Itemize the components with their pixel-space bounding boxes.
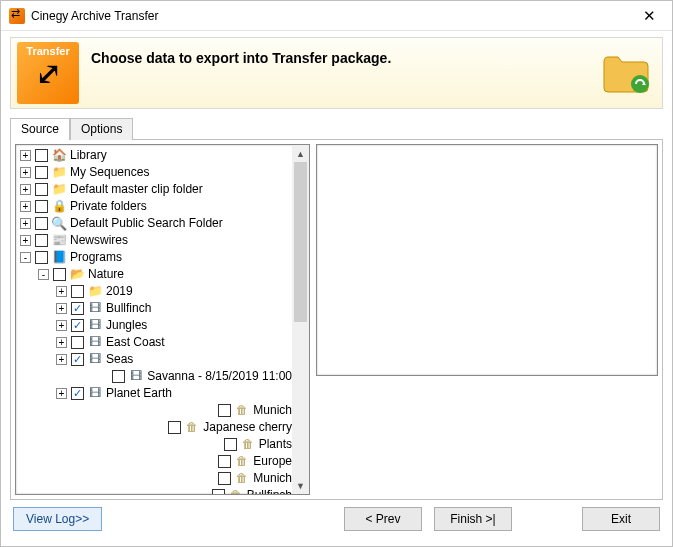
prog-icon: 📘 xyxy=(51,251,67,265)
tree-checkbox[interactable]: ✓ xyxy=(71,387,84,400)
tree-item-label: Munich xyxy=(252,402,292,419)
tree-checkbox[interactable] xyxy=(112,370,125,383)
tree-item-label: Private folders xyxy=(69,198,147,215)
collapse-icon[interactable]: - xyxy=(38,269,49,280)
tree-item-label: Library xyxy=(69,147,107,164)
tab-source[interactable]: Source xyxy=(10,118,70,140)
tree-row[interactable]: -📂Nature xyxy=(18,266,292,283)
tree-item-label: Jungles xyxy=(105,317,147,334)
tree-item-label: Seas xyxy=(105,351,133,368)
reel-icon: 🎞 xyxy=(128,370,144,384)
main-area: Source Options +🏠Library+📁My Sequences+📁… xyxy=(10,117,663,500)
fld-icon: 📁 xyxy=(51,166,67,180)
tree-item-label: Europe xyxy=(252,453,292,470)
banner-heading: Choose data to export into Transfer pack… xyxy=(91,50,391,66)
tree-row[interactable]: +🗑Plants xyxy=(18,436,292,453)
tree-row[interactable]: +📁My Sequences xyxy=(18,164,292,181)
tree-item-label: Newswires xyxy=(69,232,128,249)
expand-icon[interactable]: + xyxy=(20,150,31,161)
tree-checkbox[interactable] xyxy=(218,455,231,468)
tree-checkbox[interactable] xyxy=(35,183,48,196)
tree-row[interactable]: +🎞Savanna - 8/15/2019 11:00 xyxy=(18,368,292,385)
tree-row[interactable]: +✓🎞Bullfinch xyxy=(18,300,292,317)
tree-checkbox[interactable] xyxy=(218,404,231,417)
tree-checkbox[interactable] xyxy=(212,489,225,494)
expand-icon[interactable]: + xyxy=(20,235,31,246)
tree-item-label: Nature xyxy=(87,266,124,283)
tree-row[interactable]: +✓🎞Seas xyxy=(18,351,292,368)
tree-row[interactable]: +📁2019 xyxy=(18,283,292,300)
tree-checkbox[interactable]: ✓ xyxy=(71,353,84,366)
expand-icon[interactable]: + xyxy=(56,320,67,331)
arrows-icon: ⤢ xyxy=(36,56,61,91)
exit-button[interactable]: Exit xyxy=(582,507,660,531)
tree-row[interactable]: +📰Newswires xyxy=(18,232,292,249)
tree-row[interactable]: +✓🎞Planet Earth xyxy=(18,385,292,402)
collapse-icon[interactable]: - xyxy=(20,252,31,263)
tree-checkbox[interactable] xyxy=(35,200,48,213)
expand-icon[interactable]: + xyxy=(56,286,67,297)
tab-options[interactable]: Options xyxy=(70,118,133,140)
tree-item-label: Plants xyxy=(258,436,292,453)
scroll-up-button[interactable]: ▲ xyxy=(292,145,309,162)
tree-row[interactable]: +🏠Library xyxy=(18,147,292,164)
tree-row[interactable]: +🗑Bullfinch xyxy=(18,487,292,494)
scroll-thumb[interactable] xyxy=(294,162,307,322)
scroll-down-button[interactable]: ▼ xyxy=(292,477,309,494)
tree-checkbox[interactable] xyxy=(53,268,66,281)
tree-item-label: 2019 xyxy=(105,283,133,300)
tree-checkbox[interactable] xyxy=(35,234,48,247)
news-icon: 📰 xyxy=(51,234,67,248)
expand-icon[interactable]: + xyxy=(20,201,31,212)
tree-row[interactable]: +🗑Munich xyxy=(18,470,292,487)
tree-checkbox[interactable] xyxy=(35,217,48,230)
tree-row[interactable]: +📁Default master clip folder xyxy=(18,181,292,198)
tree-checkbox[interactable] xyxy=(168,421,181,434)
tree-checkbox[interactable] xyxy=(71,336,84,349)
expand-icon[interactable]: + xyxy=(56,303,67,314)
prev-button[interactable]: < Prev xyxy=(344,507,422,531)
tree-checkbox[interactable] xyxy=(224,438,237,451)
tree-row[interactable]: +✓🎞Jungles xyxy=(18,317,292,334)
instruction-banner: Transfer ⤢ Choose data to export into Tr… xyxy=(10,37,663,109)
window-title: Cinegy Archive Transfer xyxy=(31,9,627,23)
tree-row[interactable]: +🗑Japanese cherry xyxy=(18,419,292,436)
tree-row[interactable]: +🔒Private folders xyxy=(18,198,292,215)
tree-checkbox[interactable] xyxy=(218,472,231,485)
expand-icon[interactable]: + xyxy=(20,167,31,178)
tree-scrollbar[interactable]: ▲ ▼ xyxy=(292,145,309,494)
tree-checkbox[interactable] xyxy=(35,166,48,179)
tree-item-label: Bullfinch xyxy=(105,300,151,317)
tree-item-label: Default master clip folder xyxy=(69,181,203,198)
reel-icon: 🎞 xyxy=(87,353,103,367)
tree-checkbox[interactable]: ✓ xyxy=(71,302,84,315)
tree-checkbox[interactable] xyxy=(35,251,48,264)
expand-icon[interactable]: + xyxy=(20,218,31,229)
tree-checkbox[interactable] xyxy=(35,149,48,162)
finish-button[interactable]: Finish >| xyxy=(434,507,512,531)
tree-item-label: East Coast xyxy=(105,334,165,351)
tree-row[interactable]: -📘Programs xyxy=(18,249,292,266)
expand-icon[interactable]: + xyxy=(20,184,31,195)
tree-row[interactable]: +🔍Default Public Search Folder xyxy=(18,215,292,232)
close-button[interactable]: ✕ xyxy=(627,1,672,31)
tree-checkbox[interactable] xyxy=(71,285,84,298)
bin-icon: 🗑 xyxy=(234,455,250,469)
bin-icon: 🗑 xyxy=(234,404,250,418)
home-icon: 🏠 xyxy=(51,149,67,163)
source-tree[interactable]: +🏠Library+📁My Sequences+📁Default master … xyxy=(16,145,292,494)
tree-row[interactable]: +🗑Munich xyxy=(18,402,292,419)
tree-row[interactable]: +🎞East Coast xyxy=(18,334,292,351)
view-log-button[interactable]: View Log>> xyxy=(13,507,102,531)
tab-bar: Source Options xyxy=(10,117,663,139)
expand-icon[interactable]: + xyxy=(56,388,67,399)
expand-icon[interactable]: + xyxy=(56,337,67,348)
private-icon: 🔒 xyxy=(51,200,67,214)
tree-item-label: My Sequences xyxy=(69,164,149,181)
reel-icon: 🎞 xyxy=(87,319,103,333)
expand-icon[interactable]: + xyxy=(56,354,67,365)
tree-item-label: Munich xyxy=(252,470,292,487)
tree-row[interactable]: +🗑Europe xyxy=(18,453,292,470)
tab-panel: +🏠Library+📁My Sequences+📁Default master … xyxy=(10,139,663,500)
tree-checkbox[interactable]: ✓ xyxy=(71,319,84,332)
